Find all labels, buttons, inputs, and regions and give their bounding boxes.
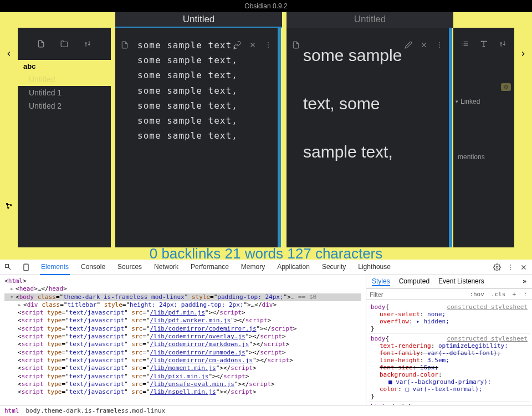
link-icon[interactable] xyxy=(233,41,241,49)
more-icon[interactable]: ⋮ xyxy=(519,289,532,300)
file-icon xyxy=(292,41,300,51)
status-bar: 0 backlinks 21 words 127 characters xyxy=(0,247,532,260)
tab-header-2[interactable]: Untitled xyxy=(287,12,453,28)
cls-button[interactable]: .cls xyxy=(488,289,509,300)
list-icon[interactable] xyxy=(461,40,469,48)
dom-tree[interactable]: <html>▸<head>…</head>▾<body class="theme… xyxy=(0,275,366,405)
left-ribbon xyxy=(0,12,18,260)
svg-point-8 xyxy=(268,44,269,45)
svg-point-1 xyxy=(10,205,11,206)
svg-rect-23 xyxy=(6,264,9,267)
devtools-tab-application[interactable]: Application xyxy=(276,260,311,275)
gear-icon[interactable] xyxy=(493,263,501,271)
file-item[interactable]: Untitled xyxy=(18,73,111,86)
devtools-tab-lighthouse[interactable]: Lighthouse xyxy=(357,260,392,275)
more-icon[interactable] xyxy=(507,263,514,271)
file-item[interactable]: Untitled 2 xyxy=(18,99,111,113)
file-icon[interactable] xyxy=(37,40,45,48)
devtools-tab-console[interactable]: Console xyxy=(80,260,106,275)
devtools-tabs: ElementsConsoleSourcesNetworkPerformance… xyxy=(0,260,532,275)
devtools-tab-memory[interactable]: Memory xyxy=(240,260,266,275)
editor-pane-2: Untitled some sampletext, somesample tex… xyxy=(287,12,453,260)
side-tab[interactable]: Event Listeners xyxy=(438,277,484,286)
svg-point-12 xyxy=(439,42,440,43)
svg-point-27 xyxy=(510,267,511,268)
device-icon[interactable] xyxy=(22,263,30,271)
editor-body-1[interactable]: some sample text,some sample text,some s… xyxy=(115,28,281,260)
svg-point-14 xyxy=(439,47,440,48)
more-icon[interactable] xyxy=(436,41,443,49)
file-item[interactable]: Untitled 1 xyxy=(18,86,111,99)
sort-icon[interactable] xyxy=(499,40,507,48)
tab-header-1[interactable]: Untitled xyxy=(115,12,282,28)
devtools-tab-elements[interactable]: Elements xyxy=(40,260,70,275)
file-icon xyxy=(121,41,129,51)
svg-point-13 xyxy=(439,44,440,45)
right-panel: 0 Linked mentions xyxy=(453,28,514,256)
editor-body-2[interactable]: some sampletext, somesample text, xyxy=(287,28,452,260)
text-icon[interactable] xyxy=(480,40,488,48)
svg-rect-24 xyxy=(24,264,28,271)
close-icon[interactable] xyxy=(520,263,528,271)
svg-point-28 xyxy=(510,269,511,270)
styles-panel: StylesComputedEvent Listeners» :hov .cls… xyxy=(366,275,532,405)
svg-point-9 xyxy=(268,47,269,48)
svg-line-3 xyxy=(7,204,10,205)
breadcrumb[interactable]: html body.theme-dark.is-frameless.mod-li… xyxy=(0,405,532,416)
editor-pane-1: Untitled some sample text,some sample te… xyxy=(115,12,282,260)
chevron-right-icon[interactable] xyxy=(519,50,527,58)
explorer-tabs xyxy=(18,28,111,60)
backlink-count-badge: 0 xyxy=(501,83,511,91)
folder-title[interactable]: abc xyxy=(18,60,111,73)
styles-filter-input[interactable] xyxy=(366,289,466,300)
svg-point-2 xyxy=(8,207,9,208)
hov-button[interactable]: :hov xyxy=(466,289,488,300)
svg-line-4 xyxy=(7,205,8,207)
mentions-section[interactable]: mentions xyxy=(453,149,514,165)
chevron-left-icon[interactable] xyxy=(5,50,13,58)
inspect-icon[interactable] xyxy=(4,263,12,271)
add-rule-button[interactable]: + xyxy=(509,289,519,300)
sort-icon[interactable] xyxy=(84,40,91,48)
right-ribbon xyxy=(514,12,532,260)
close-icon[interactable] xyxy=(249,41,257,49)
folder-icon[interactable] xyxy=(60,40,68,48)
devtools-tab-sources[interactable]: Sources xyxy=(116,260,143,275)
devtools-tab-network[interactable]: Network xyxy=(153,260,180,275)
app-container: abc UntitledUntitled 1Untitled 2 Untitle… xyxy=(0,12,532,260)
svg-point-25 xyxy=(496,266,498,268)
side-tab[interactable]: Computed xyxy=(399,277,429,286)
titlebar: Obsidian 0.9.2 xyxy=(0,0,532,12)
file-explorer: abc UntitledUntitled 1Untitled 2 xyxy=(18,28,111,256)
graph-icon[interactable] xyxy=(5,202,13,210)
more-icon[interactable] xyxy=(264,41,272,49)
devtools: ElementsConsoleSourcesNetworkPerformance… xyxy=(0,260,532,416)
linked-section[interactable]: Linked xyxy=(453,93,514,110)
side-tab[interactable]: Styles xyxy=(372,277,390,286)
devtools-tab-security[interactable]: Security xyxy=(321,260,347,275)
edit-icon[interactable] xyxy=(405,41,412,49)
svg-point-7 xyxy=(268,42,269,43)
close-icon[interactable] xyxy=(420,41,428,49)
devtools-tab-performance[interactable]: Performance xyxy=(190,260,230,275)
svg-point-26 xyxy=(510,265,511,266)
